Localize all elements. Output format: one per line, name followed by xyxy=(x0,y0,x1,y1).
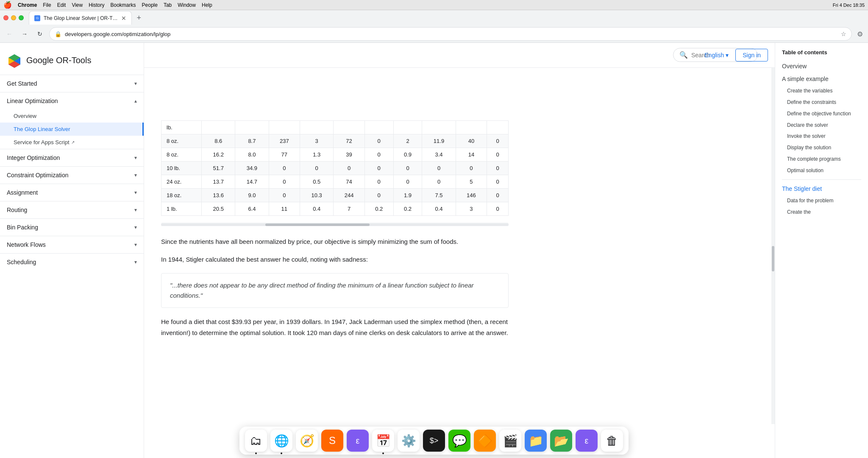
toc-item-overview[interactable]: Overview xyxy=(782,61,861,73)
table-cell: 20.5 xyxy=(202,202,235,216)
menubar-window[interactable]: Window xyxy=(178,2,196,8)
dock-item-trash[interactable]: 🗑 xyxy=(601,430,623,452)
dock-item-chrome[interactable]: 🌐 xyxy=(270,430,292,452)
back-button[interactable]: ← xyxy=(3,28,15,40)
toc-item-data-problem[interactable]: Data for the problem xyxy=(782,195,861,206)
dock-item-sysprefs[interactable]: ⚙️ xyxy=(398,430,420,452)
dock-item-finder[interactable]: 🗂 xyxy=(245,430,267,452)
menubar-edit[interactable]: Edit xyxy=(57,2,66,8)
table-cell: 10.3 xyxy=(300,189,334,202)
sidebar-routing-header[interactable]: Routing ▾ xyxy=(0,201,144,218)
sidebar-constraint-header[interactable]: Constraint Optimization ▾ xyxy=(0,167,144,184)
menubar-people[interactable]: People xyxy=(142,2,158,8)
toc-item-display-solution[interactable]: Display the solution xyxy=(782,142,861,153)
toc-item-create-the[interactable]: Create the xyxy=(782,207,861,218)
toc-item-create-vars[interactable]: Create the variables xyxy=(782,86,861,96)
table-row: 8 oz. 8.6 8.7 237 3 72 0 2 11.9 40 0 xyxy=(161,134,509,148)
table-cell: 1.9 xyxy=(393,189,422,202)
toc-item-complete-programs[interactable]: The complete programs xyxy=(782,154,861,165)
scrollbar[interactable] xyxy=(771,68,775,424)
scrollbar-thumb[interactable] xyxy=(772,246,774,271)
main-content: lb. 8 oz. 8.6 xyxy=(144,42,526,458)
table-cell xyxy=(269,121,300,134)
dock-item-folder1[interactable]: 📁 xyxy=(525,430,547,452)
table-cell: 0 xyxy=(364,162,393,175)
tab-bar: G The Glop Linear Solver | OR-T… ✕ + xyxy=(0,10,868,25)
dock-item-terminal[interactable]: $> xyxy=(423,430,445,452)
chevron-down-icon-3: ▾ xyxy=(134,172,137,178)
dock-item-calendar[interactable]: 📅 xyxy=(372,430,394,452)
new-tab-button[interactable]: + xyxy=(134,12,145,24)
table-cell: 51.7 xyxy=(202,162,235,175)
menubar-chrome[interactable]: Chrome xyxy=(18,2,37,8)
dock-item-emacs[interactable]: ε xyxy=(347,430,369,452)
sidebar-integer-header[interactable]: Integer Optimization ▾ xyxy=(0,149,144,166)
extensions-button[interactable]: ⚙ xyxy=(855,29,865,39)
table-cell: 34.9 xyxy=(235,162,269,175)
dock-item-safari[interactable]: 🧭 xyxy=(296,430,318,452)
site-header: 🔍 xyxy=(144,42,775,68)
table-cell: 0 xyxy=(364,175,393,189)
chevron-down-icon-5: ▾ xyxy=(134,207,137,213)
toc-item-optimal-solution[interactable]: Optimal solution xyxy=(782,165,861,176)
toc-item-define-constraints[interactable]: Define the constraints xyxy=(782,97,861,108)
menubar-help[interactable]: Help xyxy=(202,2,212,8)
table-cell: 39 xyxy=(334,148,365,162)
menubar-history[interactable]: History xyxy=(89,2,104,8)
toc-item-stigler-diet[interactable]: The Stigler diet xyxy=(782,183,861,195)
url-bar[interactable]: 🔒 developers.google.com/optimization/lp/… xyxy=(49,27,852,41)
browser-tab[interactable]: G The Glop Linear Solver | OR-T… ✕ xyxy=(29,11,132,25)
toc-item-invoke-solver[interactable]: Invoke the solver xyxy=(782,131,861,142)
sign-in-button[interactable]: Sign in xyxy=(735,49,768,61)
minimize-button[interactable] xyxy=(11,15,16,20)
table-cell: 0 xyxy=(364,148,393,162)
header-right: English ▾ Sign in xyxy=(698,42,775,68)
toc-item-define-objective[interactable]: Define the objective function xyxy=(782,109,861,119)
menubar-bookmarks[interactable]: Bookmarks xyxy=(111,2,136,8)
dock-item-quicktime[interactable]: 🎬 xyxy=(499,430,521,452)
table-cell: lb. xyxy=(161,121,202,134)
chevron-down-icon-2: ▾ xyxy=(134,155,137,161)
dock-item-wechat[interactable]: 💬 xyxy=(448,430,470,452)
sidebar-linear-header[interactable]: Linear Optimization ▴ xyxy=(0,92,144,109)
forward-button[interactable]: → xyxy=(19,28,31,40)
close-button[interactable] xyxy=(3,15,8,20)
language-selector[interactable]: English ▾ xyxy=(704,52,729,59)
traffic-lights xyxy=(3,15,24,20)
scrollbar-thumb-h[interactable] xyxy=(265,223,370,226)
menubar-tab[interactable]: Tab xyxy=(164,2,172,8)
star-icon[interactable]: ☆ xyxy=(841,31,846,37)
toc-item-simple-example[interactable]: A simple example xyxy=(782,73,861,85)
sidebar-network-header[interactable]: Network Flows ▾ xyxy=(0,236,144,253)
dock-item-folder2[interactable]: 📂 xyxy=(550,430,572,452)
table-cell: 0.2 xyxy=(393,202,422,216)
dock-item-sublime[interactable]: S xyxy=(321,430,343,452)
sidebar-assignment-header[interactable]: Assignment ▾ xyxy=(0,184,144,201)
reload-button[interactable]: ↻ xyxy=(34,28,46,40)
dock-item-emacs2[interactable]: ε xyxy=(576,430,598,452)
table-row: 8 oz. 16.2 8.0 77 1.3 39 0 0.9 3.4 14 0 xyxy=(161,148,509,162)
sidebar-get-started-header[interactable]: Get Started ▾ xyxy=(0,75,144,92)
maximize-button[interactable] xyxy=(19,15,24,20)
sidebar-item-glop[interactable]: The Glop Linear Solver xyxy=(0,123,144,136)
table-cell: 0 xyxy=(269,162,300,175)
sidebar-scheduling-header[interactable]: Scheduling ▾ xyxy=(0,254,144,271)
calendar-icon: 📅 xyxy=(376,434,391,448)
sidebar-section-routing: Routing ▾ xyxy=(0,201,144,218)
sidebar-constraint-label: Constraint Optimization xyxy=(7,172,69,179)
menubar-view[interactable]: View xyxy=(72,2,83,8)
ortools-logo-header[interactable]: Google OR-Tools xyxy=(0,49,144,75)
sidebar-binpacking-header[interactable]: Bin Packing ▾ xyxy=(0,219,144,236)
horizontal-scrollbar[interactable] xyxy=(161,223,509,226)
chevron-down-icon-6: ▾ xyxy=(134,224,137,230)
sidebar-item-overview[interactable]: Overview xyxy=(0,109,144,123)
toc-item-declare-solver[interactable]: Declare the solver xyxy=(782,120,861,131)
apple-menu[interactable]: 🍎 xyxy=(3,1,12,9)
sidebar-item-apps-script[interactable]: Service for Apps Script ↗ xyxy=(0,136,144,149)
dock-item-vlc[interactable]: 🔶 xyxy=(474,430,496,452)
tab-close-button[interactable]: ✕ xyxy=(121,15,126,22)
table-cell: 8 oz. xyxy=(161,148,202,162)
table-cell: 8.6 xyxy=(202,134,235,148)
browser-chrome: G The Glop Linear Solver | OR-T… ✕ + ← →… xyxy=(0,10,868,43)
menubar-file[interactable]: File xyxy=(43,2,51,8)
